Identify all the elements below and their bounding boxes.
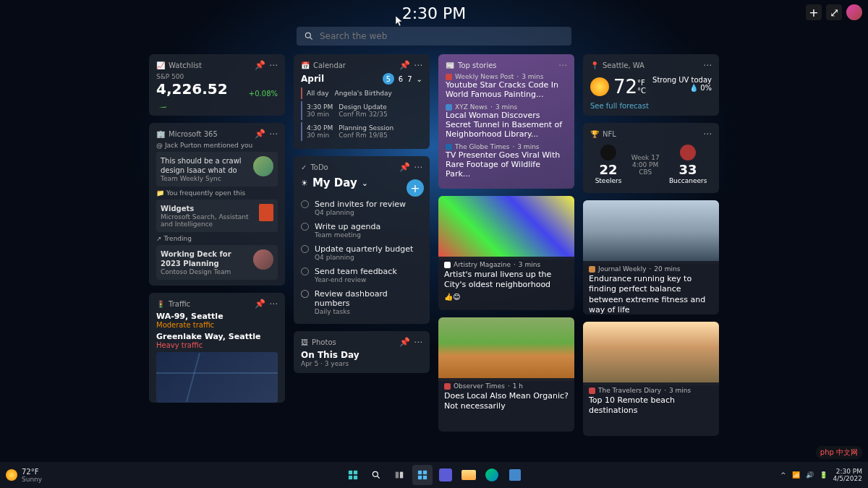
- checkbox[interactable]: [301, 267, 309, 275]
- search-bar[interactable]: [297, 27, 571, 46]
- forecast-link[interactable]: See full forecast: [590, 102, 712, 110]
- nfl-widget[interactable]: 🏆NFL⋯ 22Steelers Week 174:00 PMCBS 33Buc…: [583, 123, 719, 193]
- news-image: [583, 322, 719, 385]
- calendar-widget[interactable]: 📅Calendar📌⋯ April 5 6 7 ⌄ All dayAngela'…: [294, 54, 430, 149]
- widget-title: Calendar: [313, 61, 396, 69]
- more-icon[interactable]: ⋯: [414, 60, 422, 70]
- wifi-icon[interactable]: 📶: [792, 471, 800, 479]
- search-button[interactable]: [366, 465, 386, 485]
- day-selector[interactable]: 5 6 7 ⌄: [383, 73, 422, 85]
- more-icon[interactable]: ⋯: [269, 129, 278, 139]
- trending-card[interactable]: Working Deck for 2023 Planning Contoso D…: [156, 245, 278, 280]
- list-name[interactable]: My Day: [312, 176, 357, 189]
- sun-icon: ☀: [301, 179, 308, 188]
- weather-icon: [590, 77, 609, 96]
- calendar-event[interactable]: 4:30 PM30 minPlanning SessionConf Rm 19/…: [301, 122, 422, 141]
- more-icon[interactable]: ⋯: [703, 129, 712, 139]
- teams-button[interactable]: [435, 465, 456, 485]
- todo-item[interactable]: Send team feedbackYear-end review: [301, 264, 422, 286]
- taskbar-weather[interactable]: 72°FSunny: [6, 468, 42, 483]
- day[interactable]: 6: [399, 75, 403, 83]
- more-icon[interactable]: ⋯: [269, 299, 278, 309]
- add-task-button[interactable]: +: [407, 179, 424, 197]
- pin-icon[interactable]: 📌: [399, 337, 410, 347]
- svg-point-6: [373, 471, 378, 476]
- more-icon[interactable]: ⋯: [269, 60, 278, 70]
- taskview-button[interactable]: [389, 465, 409, 485]
- more-icon[interactable]: ⋯: [558, 60, 567, 70]
- checkbox[interactable]: [301, 245, 309, 253]
- day-active[interactable]: 5: [383, 73, 394, 85]
- story[interactable]: The Globe Times · 3 minsTV Presenter Goe…: [446, 143, 567, 179]
- todo-item[interactable]: Review dashboard numbersDaily tasks: [301, 286, 422, 318]
- traffic-widget[interactable]: 🚦Traffic📌⋯ WA-99, Seattle Moderate traff…: [149, 293, 285, 403]
- svg-point-0: [305, 33, 310, 38]
- more-icon[interactable]: ⋯: [703, 60, 712, 70]
- pin-icon[interactable]: 📌: [399, 60, 410, 70]
- mention-card[interactable]: This should be a crawl design Isaac what…: [156, 152, 278, 187]
- more-icon[interactable]: ⋯: [414, 162, 422, 172]
- volume-icon[interactable]: 🔊: [806, 471, 814, 479]
- explorer-button[interactable]: [459, 465, 479, 485]
- top-right-controls: + ⤢: [806, 4, 862, 20]
- chevron-down-icon[interactable]: ⌄: [362, 179, 368, 188]
- edge-button[interactable]: [482, 465, 502, 485]
- story-title: Local Woman Discovers Secret Tunnel in B…: [446, 111, 567, 139]
- add-widget-button[interactable]: +: [806, 4, 822, 20]
- todo-item[interactable]: Update quarterly budgetQ4 planning: [301, 241, 422, 264]
- todo-item[interactable]: Send invites for reviewQ4 planning: [301, 197, 422, 219]
- widget-title: Traffic: [169, 300, 251, 308]
- reactions[interactable]: 👍😊: [444, 293, 569, 301]
- news-card[interactable]: Journal Weekly · 20 minsEndurance runnin…: [583, 200, 719, 314]
- news-card[interactable]: Artistry Magazine · 3 minsArtist's mural…: [438, 196, 574, 310]
- widget-title: Watchlist: [169, 61, 251, 69]
- news-card[interactable]: The Travelers Diary · 3 minsTop 10 Remot…: [583, 322, 719, 436]
- svg-rect-11: [423, 471, 427, 474]
- sun-icon: [6, 469, 17, 481]
- tray-date[interactable]: 4/5/2022: [833, 475, 862, 482]
- store-button[interactable]: [505, 465, 525, 485]
- system-tray[interactable]: ^ 📶 🔊 🔋 2:30 PM4/5/2022: [780, 468, 862, 482]
- pin-icon[interactable]: 📌: [255, 60, 265, 70]
- checkbox[interactable]: [301, 200, 309, 208]
- pin-icon[interactable]: 📌: [255, 299, 265, 309]
- frequent-card[interactable]: Widgets Microsoft Search, Assistant and …: [156, 200, 278, 232]
- day[interactable]: 7: [407, 75, 412, 83]
- user-avatar[interactable]: [846, 4, 862, 20]
- pin-icon[interactable]: 📌: [255, 129, 265, 139]
- watchlist-widget[interactable]: 📈Watchlist📌⋯ S&P 500 4,226.52 +0.08%: [149, 54, 285, 116]
- favicon: [446, 144, 452, 150]
- collapse-button[interactable]: ⤢: [826, 4, 842, 20]
- taskbar[interactable]: 72°FSunny ^ 📶 🔊 🔋 2:30 PM4/5/2022: [0, 462, 868, 488]
- weather-widget[interactable]: 📍Seattle, WA⋯ 72°F°C Strong UV today 💧 0…: [583, 54, 719, 116]
- traffic-map[interactable]: [156, 352, 278, 403]
- photos-widget[interactable]: 🖼Photos📌⋯ On This Day Apr 5 · 3 years: [294, 331, 430, 373]
- calendar-event[interactable]: 3:30 PM30 minDesign UpdateConf Rm 32/35: [301, 101, 422, 120]
- checkbox[interactable]: [301, 290, 309, 298]
- story[interactable]: XYZ News · 3 minsLocal Woman Discovers S…: [446, 103, 567, 139]
- topstories-widget[interactable]: 📰Top stories⋯ Weekly News Post · 3 minsY…: [438, 54, 574, 189]
- checkbox[interactable]: [301, 223, 309, 231]
- news-card[interactable]: Observer Times · 1 hDoes Local Also Mean…: [438, 317, 574, 432]
- news-title: Does Local Also Mean Organic? Not necess…: [444, 391, 569, 412]
- battery-icon[interactable]: 🔋: [820, 471, 827, 479]
- chevron-up-icon[interactable]: ^: [780, 471, 786, 479]
- news-image: [583, 200, 719, 264]
- chevron-down-icon[interactable]: ⌄: [417, 75, 422, 83]
- svg-rect-9: [400, 472, 403, 479]
- start-button[interactable]: [343, 465, 363, 485]
- more-icon[interactable]: ⋯: [414, 337, 422, 347]
- tray-time[interactable]: 2:30 PM: [833, 468, 862, 475]
- svg-rect-3: [354, 471, 357, 474]
- location-icon: 📍: [590, 61, 599, 69]
- location: Seattle, WA: [603, 61, 699, 69]
- allday-label: All day: [307, 90, 329, 97]
- widgets-button[interactable]: [412, 465, 433, 485]
- m365-widget[interactable]: 🏢Microsoft 365📌⋯ @ Jack Purton mentioned…: [149, 123, 285, 286]
- pin-icon[interactable]: 📌: [399, 162, 410, 172]
- story[interactable]: Weekly News Post · 3 minsYoutube Star Cr…: [446, 73, 567, 99]
- search-input[interactable]: [320, 31, 564, 41]
- allday-event[interactable]: All dayAngela's Birthday: [301, 87, 422, 99]
- todo-widget[interactable]: ✓ToDo📌⋯ ☀My Day⌄ + Send invites for revi…: [294, 156, 430, 324]
- todo-item[interactable]: Write up agendaTeam meeting: [301, 219, 422, 241]
